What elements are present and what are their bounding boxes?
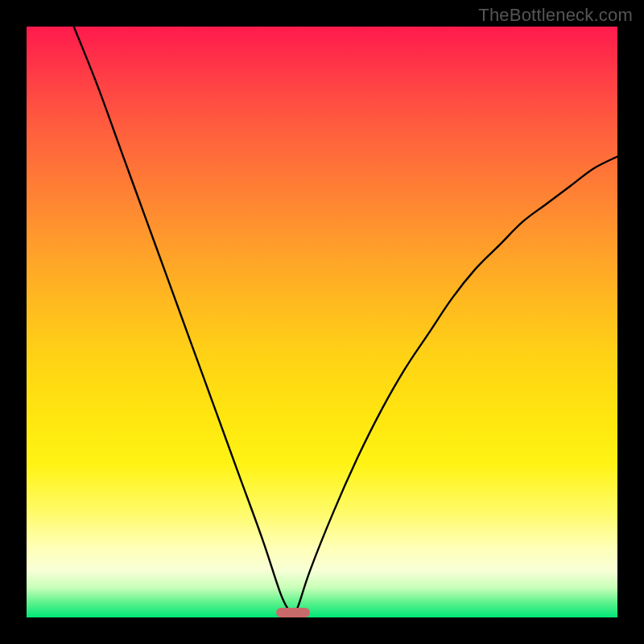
bottleneck-curve: [27, 27, 617, 617]
optimum-marker: [276, 608, 310, 617]
chart-frame: TheBottleneck.com: [0, 0, 644, 644]
chart-plot-area: [27, 27, 617, 617]
curve-right-branch: [292, 157, 617, 618]
watermark-text: TheBottleneck.com: [478, 5, 633, 26]
curve-left-branch: [74, 27, 293, 617]
